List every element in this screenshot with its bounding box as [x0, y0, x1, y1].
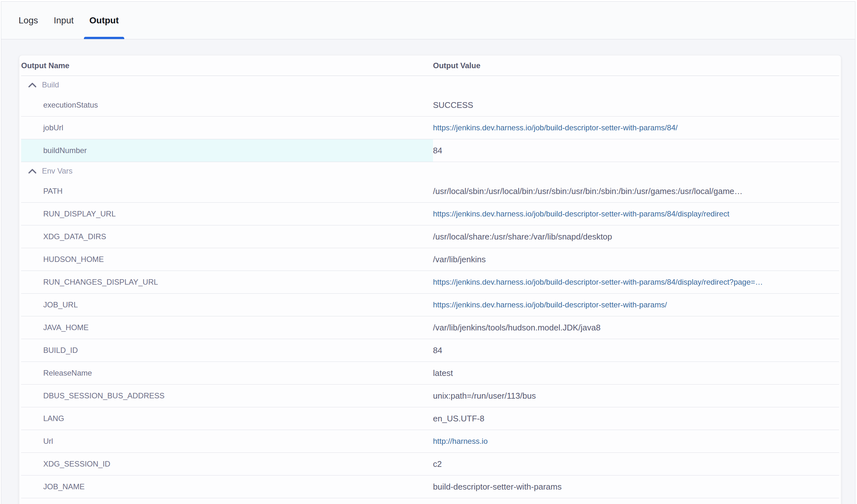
chevron-up-icon-wrap[interactable]: [28, 82, 36, 88]
tab-output[interactable]: Output: [84, 2, 124, 39]
output-name-cell: XDG_SESSION_ID: [21, 453, 433, 475]
output-name-cell: executionStatus: [21, 94, 433, 116]
step-details-panel: LogsInputOutput Output Name Output Value…: [1, 1, 855, 504]
table-row-LANG: LANGen_US.UTF-8: [21, 407, 839, 430]
output-value-cell: 84: [433, 339, 839, 362]
output-value-cell: latest: [433, 362, 839, 384]
table-row-Url: Urlhttp://harness.io: [21, 430, 839, 453]
output-value-cell: 84: [433, 139, 839, 162]
table-row-XDG_SESSION_ID: XDG_SESSION_IDc2: [21, 453, 839, 475]
output-value-cell: /var/lib/jenkins/tools/hudson.model.JDK/…: [433, 316, 839, 339]
column-header-output-value: Output Value: [433, 61, 839, 70]
output-value-cell: /usr/local/sbin:/usr/local/bin:/usr/sbin…: [433, 180, 839, 202]
tab-label: Logs: [19, 15, 38, 26]
chevron-up-icon-wrap[interactable]: [28, 168, 36, 174]
output-name-cell: BUILD_ID: [21, 339, 433, 362]
output-name-cell: HUDSON_HOME: [21, 248, 433, 271]
table-row-buildNumber: buildNumber84: [21, 139, 839, 162]
table-header-row: Output Name Output Value: [21, 55, 839, 76]
table-row-RUN_CHANGES_DISPLAY_URL: RUN_CHANGES_DISPLAY_URLhttps://jenkins.d…: [21, 271, 839, 293]
output-value-cell: SUCCESS: [433, 94, 839, 116]
output-value-cell: c2: [433, 453, 839, 475]
output-value-cell: en_US.UTF-8: [433, 407, 839, 430]
output-name-cell: DBUS_SESSION_BUS_ADDRESS: [21, 385, 433, 407]
output-name-cell: jobUrl: [21, 117, 433, 139]
tab-input[interactable]: Input: [48, 2, 79, 39]
group-row-build[interactable]: Build: [21, 76, 839, 94]
output-name-cell: Url: [21, 430, 433, 452]
table-row-HUDSON_HOME: HUDSON_HOME/var/lib/jenkins: [21, 248, 839, 271]
output-value-link[interactable]: https://jenkins.dev.harness.io/job/build…: [433, 293, 839, 316]
table-row-BUILD_ID: BUILD_ID84: [21, 339, 839, 362]
chevron-up-icon[interactable]: [28, 82, 36, 88]
output-value-cell: unix:path=/run/user/113/bus: [433, 385, 839, 407]
group-label: Env Vars: [42, 167, 73, 175]
table-row-RUN_DISPLAY_URL: RUN_DISPLAY_URLhttps://jenkins.dev.harne…: [21, 203, 839, 225]
chevron-up-icon[interactable]: [28, 168, 36, 174]
output-value-cell: /usr/local/share:/usr/share:/var/lib/sna…: [433, 225, 839, 248]
output-name-cell: PATH: [21, 180, 433, 202]
output-rows: BuildexecutionStatusSUCCESSjobUrlhttps:/…: [21, 76, 839, 498]
table-row-XDG_DATA_DIRS: XDG_DATA_DIRS/usr/local/share:/usr/share…: [21, 225, 839, 248]
output-name-cell: ReleaseName: [21, 362, 433, 384]
output-value-cell: /var/lib/jenkins: [433, 248, 839, 271]
column-header-output-name: Output Name: [21, 61, 433, 70]
table-row-jobUrl: jobUrlhttps://jenkins.dev.harness.io/job…: [21, 117, 839, 139]
tab-label: Output: [89, 15, 119, 26]
group-row-env-vars[interactable]: Env Vars: [21, 162, 839, 180]
table-row-JOB_NAME: JOB_NAMEbuild-descriptor-setter-with-par…: [21, 475, 839, 498]
output-tab-content: Output Name Output Value BuildexecutionS…: [1, 39, 855, 504]
tab-label: Input: [54, 15, 74, 26]
output-table-card: Output Name Output Value BuildexecutionS…: [19, 55, 841, 504]
group-label: Build: [42, 80, 59, 89]
table-row-JOB_URL: JOB_URLhttps://jenkins.dev.harness.io/jo…: [21, 293, 839, 316]
output-name-cell: LANG: [21, 407, 433, 430]
table-row-executionStatus: executionStatusSUCCESS: [21, 94, 839, 117]
output-name-cell: RUN_CHANGES_DISPLAY_URL: [21, 271, 433, 293]
output-value-link[interactable]: https://jenkins.dev.harness.io/job/build…: [433, 203, 839, 225]
table-row-JAVA_HOME: JAVA_HOME/var/lib/jenkins/tools/hudson.m…: [21, 316, 839, 339]
tab-logs[interactable]: Logs: [13, 2, 44, 39]
output-name-cell: JAVA_HOME: [21, 316, 433, 339]
table-row-DBUS_SESSION_BUS_ADDRESS: DBUS_SESSION_BUS_ADDRESSunix:path=/run/u…: [21, 385, 839, 407]
table-row-ReleaseName: ReleaseNamelatest: [21, 362, 839, 385]
active-tab-underline: [84, 37, 124, 39]
output-name-cell: JOB_NAME: [21, 475, 433, 498]
output-value-link[interactable]: https://jenkins.dev.harness.io/job/build…: [433, 117, 839, 139]
output-name-cell: JOB_URL: [21, 293, 433, 316]
tab-bar: LogsInputOutput: [1, 2, 855, 39]
output-value-cell: build-descriptor-setter-with-params: [433, 475, 839, 498]
table-row-PATH: PATH/usr/local/sbin:/usr/local/bin:/usr/…: [21, 180, 839, 203]
output-name-cell: buildNumber: [21, 139, 433, 162]
output-name-cell: RUN_DISPLAY_URL: [21, 203, 433, 225]
output-name-cell: XDG_DATA_DIRS: [21, 225, 433, 248]
output-value-link[interactable]: https://jenkins.dev.harness.io/job/build…: [433, 271, 839, 293]
output-value-link[interactable]: http://harness.io: [433, 430, 839, 452]
